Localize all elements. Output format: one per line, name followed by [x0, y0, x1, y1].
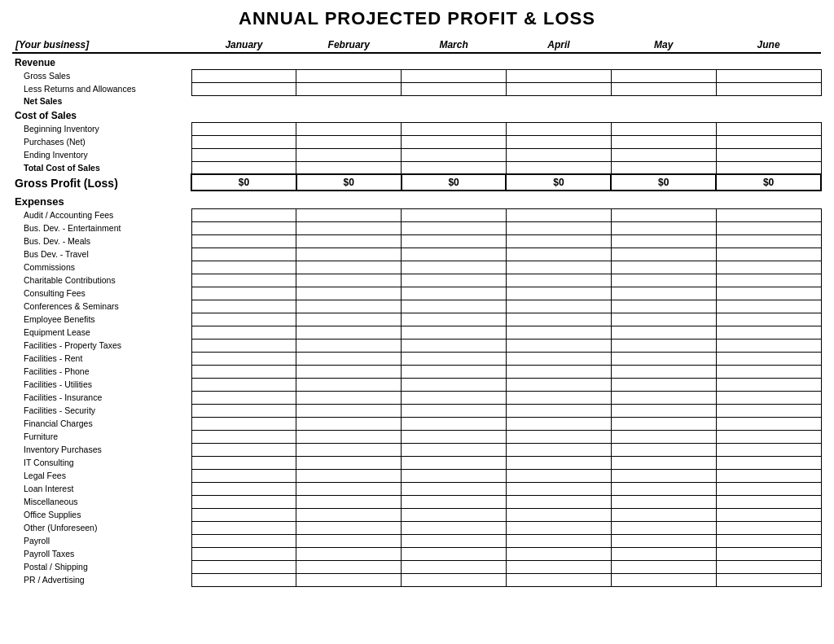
expense-label-20: Legal Fees: [12, 469, 191, 482]
gross-sales-jun[interactable]: [716, 69, 821, 82]
gross-profit-label: Gross Profit (Loss): [12, 174, 191, 191]
beg-inv-jun[interactable]: [716, 122, 821, 135]
purchases-mar[interactable]: [402, 135, 507, 148]
beg-inv-jan[interactable]: [191, 122, 296, 135]
expense-label-13: Facilities - Utilities: [12, 378, 191, 391]
expense-label-12: Facilities - Phone: [12, 365, 191, 378]
expense-label-8: Employee Benefits: [12, 313, 191, 326]
list-item: Equipment Lease: [12, 326, 821, 339]
returns-row: Less Returns and Allowances: [12, 82, 821, 95]
end-inv-apr[interactable]: [506, 148, 611, 161]
list-item: Financial Charges: [12, 417, 821, 430]
total-cost-apr[interactable]: [506, 161, 611, 174]
total-cost-may[interactable]: [611, 161, 716, 174]
list-item: Consulting Fees: [12, 287, 821, 300]
expense-label-26: Payroll Taxes: [12, 547, 191, 560]
gross-profit-apr[interactable]: $0: [506, 174, 611, 191]
total-cost-mar[interactable]: [402, 161, 507, 174]
cost-of-sales-header: Cost of Sales: [12, 107, 191, 122]
end-inv-feb[interactable]: [296, 148, 402, 161]
expense-label-16: Financial Charges: [12, 417, 191, 430]
list-item: Office Supplies: [12, 508, 821, 521]
gross-profit-may[interactable]: $0: [611, 174, 716, 191]
revenue-header: Revenue: [12, 53, 191, 69]
net-sales-label: Net Sales: [12, 95, 191, 107]
expense-label-25: Payroll: [12, 534, 191, 547]
list-item: Payroll: [12, 534, 821, 547]
list-item: Facilities - Phone: [12, 365, 821, 378]
beg-inv-mar[interactable]: [402, 122, 507, 135]
gross-profit-jan[interactable]: $0: [191, 174, 296, 191]
list-item: Facilities - Property Taxes: [12, 339, 821, 352]
returns-apr[interactable]: [506, 82, 611, 95]
expense-label-2: Bus. Dev. - Meals: [12, 234, 191, 248]
end-inv-may[interactable]: [611, 148, 716, 161]
end-inv-mar[interactable]: [402, 148, 507, 161]
net-sales-row: Net Sales: [12, 95, 821, 107]
purchases-apr[interactable]: [506, 135, 611, 148]
gross-sales-mar[interactable]: [402, 69, 507, 82]
col-jan: January: [191, 37, 296, 53]
expense-label-9: Equipment Lease: [12, 326, 191, 339]
total-cost-feb[interactable]: [296, 161, 402, 174]
beg-inv-may[interactable]: [611, 122, 716, 135]
list-item: Miscellaneous: [12, 495, 821, 508]
beginning-inventory-label: Beginning Inventory: [12, 122, 191, 135]
expenses-header: Expenses: [12, 191, 191, 208]
beginning-inventory-row: Beginning Inventory: [12, 122, 821, 135]
list-item: Other (Unforeseen): [12, 521, 821, 534]
col-feb: February: [296, 37, 402, 53]
expenses-header-row: Expenses: [12, 191, 821, 208]
gross-sales-feb[interactable]: [296, 69, 402, 82]
returns-jun[interactable]: [716, 82, 821, 95]
returns-label: Less Returns and Allowances: [12, 82, 191, 95]
list-item: IT Consulting: [12, 456, 821, 469]
purchases-feb[interactable]: [296, 135, 402, 148]
expense-label-24: Other (Unforeseen): [12, 521, 191, 534]
ending-inventory-row: Ending Inventory: [12, 148, 821, 161]
returns-mar[interactable]: [402, 82, 507, 95]
col-apr: April: [506, 37, 611, 53]
purchases-may[interactable]: [611, 135, 716, 148]
returns-may[interactable]: [611, 82, 716, 95]
beg-inv-apr[interactable]: [506, 122, 611, 135]
purchases-jun[interactable]: [716, 135, 821, 148]
expense-label-18: Inventory Purchases: [12, 443, 191, 456]
total-cost-jun[interactable]: [716, 161, 821, 174]
expense-label-5: Charitable Contributions: [12, 274, 191, 287]
list-item: Commissions: [12, 261, 821, 274]
purchases-label: Purchases (Net): [12, 135, 191, 148]
total-cost-jan[interactable]: [191, 161, 296, 174]
column-headers: [Your business] January February March A…: [12, 37, 821, 53]
expense-label-11: Facilities - Rent: [12, 352, 191, 365]
col-jun: June: [716, 37, 821, 53]
list-item: Postal / Shipping: [12, 560, 821, 573]
list-item: Payroll Taxes: [12, 547, 821, 560]
col-may: May: [611, 37, 716, 53]
gross-sales-row: Gross Sales: [12, 69, 821, 82]
list-item: Bus Dev. - Travel: [12, 248, 821, 261]
expense-label-23: Office Supplies: [12, 508, 191, 521]
beg-inv-feb[interactable]: [296, 122, 402, 135]
expense-label-3: Bus Dev. - Travel: [12, 248, 191, 261]
list-item: Legal Fees: [12, 469, 821, 482]
list-item: PR / Advertising: [12, 573, 821, 586]
returns-feb[interactable]: [296, 82, 402, 95]
list-item: Inventory Purchases: [12, 443, 821, 456]
expense-label-22: Miscellaneous: [12, 495, 191, 508]
col-mar: March: [402, 37, 507, 53]
total-cost-label: Total Cost of Sales: [12, 161, 191, 174]
gross-sales-may[interactable]: [611, 69, 716, 82]
end-inv-jan[interactable]: [191, 148, 296, 161]
business-label: [Your business]: [12, 37, 191, 53]
gross-sales-label: Gross Sales: [12, 69, 191, 82]
expense-label-10: Facilities - Property Taxes: [12, 339, 191, 352]
purchases-jan[interactable]: [191, 135, 296, 148]
gross-profit-mar[interactable]: $0: [402, 174, 507, 191]
gross-sales-apr[interactable]: [506, 69, 611, 82]
gross-profit-feb[interactable]: $0: [296, 174, 402, 191]
end-inv-jun[interactable]: [716, 148, 821, 161]
gross-profit-jun[interactable]: $0: [716, 174, 821, 191]
gross-sales-jan[interactable]: [191, 69, 296, 82]
returns-jan[interactable]: [191, 82, 296, 95]
